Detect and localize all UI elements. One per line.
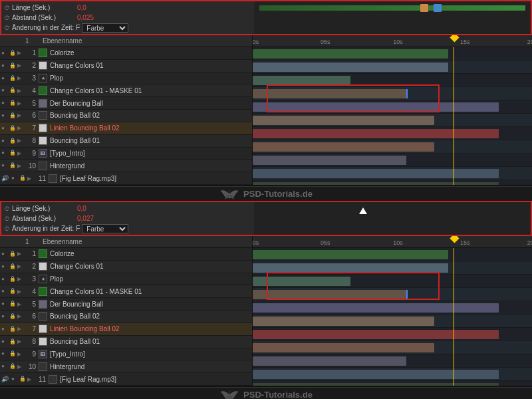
track-block[interactable] [253,356,406,366]
expand-button[interactable]: ▶ [17,326,23,332]
eye-button[interactable]: ● [1,50,8,57]
layer-row[interactable]: ●🔒▶1Colorize [0,248,252,261]
lock-button[interactable]: 🔒 [9,350,16,357]
expand-button[interactable]: ▶ [17,75,23,81]
lock-button[interactable]: 🔒 [9,326,16,332]
playhead-marker[interactable] [450,35,460,43]
layer-row[interactable]: ●🔒▶9🖼[Typo_Intro] [0,148,252,160]
eye-button[interactable]: ● [1,162,8,169]
eye-button[interactable]: ● [1,138,8,144]
lock-button[interactable]: 🔒 [9,288,16,295]
eye-button[interactable]: ● [1,125,8,132]
eye-button[interactable]: ● [11,376,18,382]
lock-button[interactable]: 🔒 [9,276,16,283]
layer-row[interactable]: ●🔒▶1Colorize [0,47,252,60]
eye-button[interactable]: ● [1,350,8,357]
track-block[interactable] [253,89,406,98]
eye-button[interactable]: ● [1,63,8,69]
layer-row[interactable]: ●🔒▶7Linien Bouncing Ball 02 [0,122,252,135]
track-block[interactable] [253,330,499,339]
layer-row[interactable]: ●🔒▶2Change Colors 01 [0,60,252,72]
lock-button[interactable]: 🔒 [9,63,16,69]
layer-row[interactable]: 🔊●🔒▶11[Fig Leaf Rag.mp3] [0,172,252,185]
track-block[interactable] [253,343,434,352]
layer-row[interactable]: ●🔒▶7Linien Bouncing Ball 02 [0,323,252,336]
aenderung-select[interactable]: Farbe [82,23,128,33]
playhead-marker[interactable] [450,236,460,243]
layer-row[interactable]: ●🔒▶2Change Colors 01 [0,261,252,273]
track-block[interactable] [253,129,499,138]
expand-button[interactable]: ▶ [17,289,23,295]
track-block[interactable] [253,182,499,185]
expand-button[interactable]: ▶ [17,351,23,357]
expand-button[interactable]: ▶ [17,100,23,106]
lock-button[interactable]: 🔒 [9,50,16,57]
eye-button[interactable]: ● [1,326,8,332]
track-block[interactable] [253,169,499,178]
lock-button[interactable]: 🔒 [19,376,26,382]
expand-button[interactable]: ▶ [17,50,23,56]
lock-button[interactable]: 🔒 [9,338,16,345]
layer-row[interactable]: ●🔒▶6Bouncing Ball 02 [0,110,252,122]
eye-button[interactable]: ● [1,75,8,82]
lock-button[interactable]: 🔒 [9,162,16,169]
layer-row[interactable]: ●🔒▶4Change Colors 01 - MASKE 01 [0,84,252,97]
track-block[interactable] [253,156,406,165]
layer-row[interactable]: ●🔒▶5Der Bouncing Ball [0,97,252,110]
track-block[interactable] [253,317,434,326]
layer-row[interactable]: 🔊●🔒▶11[Fig Leaf Rag.mp3] [0,373,252,386]
expand-button[interactable]: ▶ [17,276,23,282]
expand-button[interactable]: ▶ [17,313,23,319]
eye-button[interactable]: ● [1,112,8,119]
expand-button[interactable]: ▶ [17,163,23,169]
lock-button[interactable]: 🔒 [9,125,16,132]
track-block[interactable] [253,49,448,59]
eye-button[interactable]: ● [1,363,8,370]
expand-button[interactable]: ▶ [17,301,23,307]
lock-button[interactable]: 🔒 [9,301,16,307]
eye-button[interactable]: ● [1,87,8,94]
track-block[interactable] [253,383,499,386]
lock-button[interactable]: 🔒 [9,75,16,82]
layer-row[interactable]: ●🔒▶10Hintergrund [0,160,252,172]
lock-button[interactable]: 🔒 [9,363,16,370]
eye-button[interactable]: ● [1,276,8,283]
lock-button[interactable]: 🔒 [9,251,16,257]
track-block[interactable] [253,76,350,85]
eye-button[interactable]: ● [11,175,18,182]
expand-button[interactable]: ▶ [17,150,23,156]
expand-button[interactable]: ▶ [17,63,23,68]
track-block[interactable] [253,102,499,112]
expand-button[interactable]: ▶ [27,376,33,382]
track-block[interactable] [253,142,434,152]
layer-row[interactable]: ●🔒▶4Change Colors 01 - MASKE 01 [0,285,252,298]
track-block[interactable] [253,116,434,125]
aenderung-select[interactable]: Farbe [82,224,128,233]
expand-button[interactable]: ▶ [17,88,23,94]
track-block[interactable] [253,263,448,273]
layer-row[interactable]: ●🔒▶3★Plop [0,72,252,85]
layer-row[interactable]: ●🔒▶5Der Bouncing Ball [0,298,252,311]
track-block[interactable] [253,290,406,299]
layer-row[interactable]: ●🔒▶8Bouncing Ball 01 [0,135,252,148]
eye-button[interactable]: ● [1,288,8,295]
expand-button[interactable]: ▶ [17,125,23,131]
expand-button[interactable]: ▶ [17,138,23,144]
lock-button[interactable]: 🔒 [9,87,16,94]
eye-button[interactable]: ● [1,150,8,156]
lock-button[interactable]: 🔒 [9,313,16,320]
eye-button[interactable]: ● [1,313,8,320]
layer-row[interactable]: ●🔒▶3★Plop [0,273,252,286]
eye-button[interactable]: ● [1,301,8,307]
expand-button[interactable]: ▶ [17,364,23,370]
layer-row[interactable]: ●🔒▶9🖼[Typo_Intro] [0,348,252,361]
lock-button[interactable]: 🔒 [9,112,16,119]
eye-button[interactable]: ● [1,100,8,106]
expand-button[interactable]: ▶ [17,338,23,344]
track-block[interactable] [253,370,499,379]
eye-button[interactable]: ● [1,263,8,270]
lock-button[interactable]: 🔒 [19,175,26,182]
track-block[interactable] [253,63,448,72]
eye-button[interactable]: ● [1,338,8,345]
expand-button[interactable]: ▶ [17,112,23,118]
